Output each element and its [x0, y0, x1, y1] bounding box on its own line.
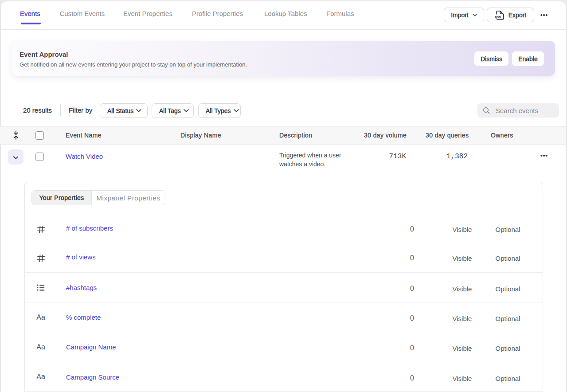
svg-text:csv: csv [495, 14, 501, 19]
